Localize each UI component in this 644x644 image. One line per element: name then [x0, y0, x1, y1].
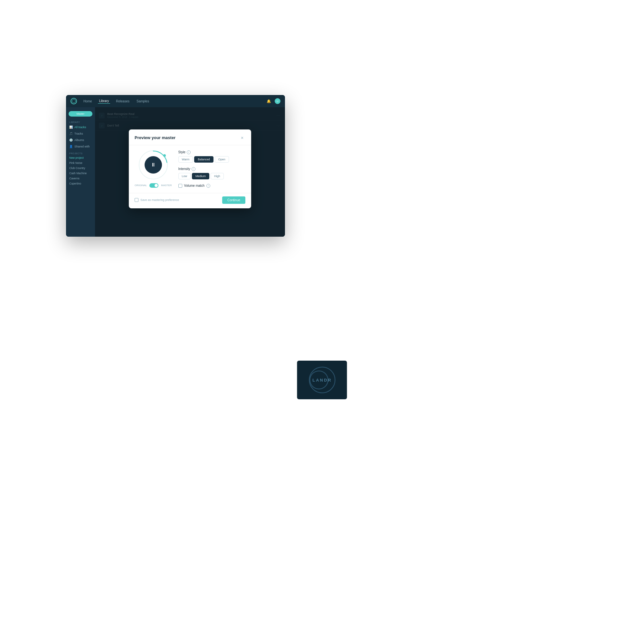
style-balanced-button[interactable]: Balanced	[194, 156, 213, 163]
nav-bar: Home Library Releases Samples 🔔 U	[66, 95, 285, 107]
master-label: MASTER	[161, 184, 172, 187]
modal-title: Preview your master	[135, 135, 175, 140]
library-section-label: LIBRARY	[66, 119, 95, 124]
save-pref-label: Save as mastering preference	[140, 198, 179, 202]
original-label: ORIGINAL	[135, 184, 147, 187]
app-window: Home Library Releases Samples 🔔 U Master…	[66, 95, 285, 237]
sidebar-item-albums[interactable]: 💿 Albums	[66, 137, 95, 143]
landr-logo: LANDR	[304, 365, 340, 394]
albums-icon: 💿	[69, 138, 72, 142]
sidebar-item-all-tracks[interactable]: 📊 All tracks	[66, 124, 95, 130]
sidebar-project-cash-machine[interactable]: Cash Machine	[66, 171, 95, 176]
main-content: ♪ Beat Recognize Real December 5, 2018 ·…	[95, 107, 285, 237]
projects-section-label: PROJECTS	[66, 150, 95, 155]
tracks-icon: 🎵	[69, 132, 72, 135]
sidebar-project-new[interactable]: New project	[66, 155, 95, 160]
nav-links: Home Library Releases Samples	[82, 99, 150, 104]
user-avatar[interactable]: U	[275, 98, 280, 104]
modal-body: ⏸ ORIGINAL MASTER	[129, 145, 251, 193]
controls-section: Style i Warm Balanced Open	[178, 150, 245, 188]
modal-overlay: Preview your master ×	[95, 107, 285, 237]
player-progress-dot	[163, 154, 166, 157]
volume-match-row: Volume match i	[178, 184, 245, 188]
style-info-icon[interactable]: i	[187, 150, 191, 154]
intensity-medium-button[interactable]: Medium	[192, 173, 209, 179]
player-labels: ORIGINAL MASTER	[135, 183, 172, 188]
nav-releases[interactable]: Releases	[115, 99, 131, 104]
player-pause-button[interactable]: ⏸	[145, 156, 162, 174]
player-circle: ⏸	[139, 150, 168, 179]
style-button-group: Warm Balanced Open	[178, 156, 245, 163]
intensity-button-group: Low Medium High	[178, 173, 245, 179]
nav-library[interactable]: Library	[98, 99, 110, 104]
sidebar: Master LIBRARY 📊 All tracks 🎵 Tracks 💿 A…	[66, 107, 95, 237]
style-warm-button[interactable]: Warm	[178, 156, 193, 163]
app-body: Master LIBRARY 📊 All tracks 🎵 Tracks 💿 A…	[66, 107, 285, 237]
sidebar-project-cupertino[interactable]: Cupertino	[66, 181, 95, 186]
style-control-group: Style i Warm Balanced Open	[178, 150, 245, 163]
sidebar-item-tracks-label: Tracks	[74, 132, 83, 135]
pause-icon: ⏸	[151, 162, 156, 168]
shared-icon: 👤	[69, 145, 72, 148]
style-label: Style i	[178, 150, 245, 154]
master-button[interactable]: Master	[69, 111, 92, 117]
save-pref-checkbox[interactable]	[135, 198, 138, 202]
sidebar-item-albums-label: Albums	[74, 138, 84, 142]
style-open-button[interactable]: Open	[215, 156, 229, 163]
original-master-toggle[interactable]	[149, 183, 158, 188]
svg-text:LANDR: LANDR	[312, 378, 332, 383]
player-section: ⏸ ORIGINAL MASTER	[135, 150, 172, 188]
intensity-low-button[interactable]: Low	[178, 173, 191, 179]
continue-button[interactable]: Continue	[222, 196, 245, 204]
intensity-label: Intensity i	[178, 167, 245, 171]
all-tracks-icon: 📊	[69, 126, 72, 129]
nav-home[interactable]: Home	[82, 99, 93, 104]
landr-svg: LANDR	[304, 365, 340, 394]
sidebar-item-shared-label: Shared with	[74, 145, 90, 148]
modal-footer: Save as mastering preference Continue	[129, 193, 251, 208]
landr-logo-box: LANDR	[297, 361, 347, 399]
intensity-info-icon[interactable]: i	[192, 167, 195, 171]
landr-logo-icon	[71, 98, 77, 104]
volume-match-info-icon[interactable]: i	[206, 184, 210, 188]
intensity-control-group: Intensity i Low Medium High	[178, 167, 245, 179]
modal-header: Preview your master ×	[129, 129, 251, 145]
modal-close-button[interactable]: ×	[239, 135, 245, 141]
sidebar-item-tracks[interactable]: 🎵 Tracks	[66, 130, 95, 137]
preview-modal: Preview your master ×	[129, 129, 251, 208]
toggle-thumb	[155, 184, 158, 187]
bell-icon[interactable]: 🔔	[266, 99, 271, 104]
intensity-high-button[interactable]: High	[211, 173, 224, 179]
sidebar-item-shared-with[interactable]: 👤 Shared with	[66, 143, 95, 150]
sidebar-project-club-country[interactable]: Club Country	[66, 166, 95, 171]
sidebar-project-caverns[interactable]: Caverns	[66, 176, 95, 181]
sidebar-project-pink-noise[interactable]: Pink Noise	[66, 160, 95, 166]
nav-samples[interactable]: Samples	[135, 99, 150, 104]
volume-match-checkbox[interactable]	[178, 184, 182, 188]
save-preference-row: Save as mastering preference	[135, 198, 179, 202]
sidebar-item-all-tracks-label: All tracks	[74, 126, 86, 129]
nav-icons: 🔔 U	[266, 98, 280, 104]
volume-match-label: Volume match	[184, 184, 204, 187]
